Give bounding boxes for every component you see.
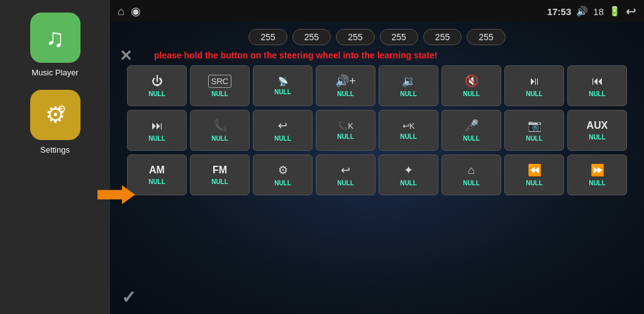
settings-btn-icon: ⚙ [278, 163, 288, 177]
next-track-null-label: NULL [148, 135, 165, 142]
vol-down-null-label: NULL [400, 90, 417, 97]
prev-track-icon: ⏮ [592, 75, 603, 88]
prev-track-button[interactable]: ⏮ NULL [567, 65, 627, 106]
camera-icon: 📷 [528, 119, 541, 133]
vol-up-null-label: NULL [337, 90, 354, 97]
camera-button[interactable]: 📷 NULL [504, 110, 564, 151]
back-button[interactable]: ↩ NULL [316, 154, 375, 195]
fm-label: FM [213, 165, 227, 176]
volume-level: 18 [593, 6, 604, 17]
mute-icon: 🔇 [465, 74, 479, 88]
fast-forward-button[interactable]: ⏩ NULL [567, 154, 627, 195]
hangup-k-icon: ↩K [402, 121, 415, 131]
fm-null-label: NULL [211, 178, 228, 185]
aux-null-label: NULL [589, 134, 606, 141]
mic-button[interactable]: 🎤 NULL [441, 110, 501, 151]
fm-button[interactable]: FM NULL [190, 154, 250, 195]
call-k-null-label: NULL [337, 133, 354, 140]
pill-6: 255 [467, 29, 505, 45]
instruction-message: ✕ please hold the button on the steering… [119, 50, 635, 60]
rewind-icon: ⏪ [528, 163, 541, 177]
pill-1: 255 [248, 29, 287, 45]
next-track-icon: ⏭ [152, 119, 163, 133]
power-button[interactable]: ⏻ NULL [127, 65, 187, 106]
gps-icon: 📡 [278, 77, 288, 86]
am-null-label: NULL [148, 178, 165, 185]
call-button[interactable]: 📞 NULL [190, 110, 250, 151]
control-panel: 255 255 255 255 255 255 ✕ please hold th… [110, 23, 644, 314]
buttons-section: ⏻ NULL SRC NULL 📡 NULL 🔊+ NULL 🔉 NU [119, 65, 635, 195]
play-pause-icon: ⏯ [529, 75, 540, 88]
home-status-icon[interactable]: ⌂ [118, 5, 125, 18]
call-k-button[interactable]: 📞K NULL [316, 110, 375, 151]
back-null-label: NULL [337, 180, 354, 187]
buttons-row-2: ⏭ NULL 📞 NULL ↩ NULL 📞K NULL ↩K NULL [119, 110, 635, 151]
hang-up-button[interactable]: ↩ NULL [253, 110, 313, 151]
pill-3: 255 [336, 29, 374, 45]
arrow-right-icon [97, 185, 135, 204]
home-btn-icon: ⌂ [468, 164, 475, 177]
mute-button[interactable]: 🔇 NULL [441, 65, 501, 106]
play-pause-null-label: NULL [526, 90, 543, 97]
menu-status-icon[interactable]: ◉ [131, 4, 141, 18]
gps-null-label: NULL [274, 89, 291, 95]
rewind-button[interactable]: ⏪ NULL [504, 154, 564, 195]
hangup-k-button[interactable]: ↩K NULL [379, 110, 438, 151]
clock: 17:53 [547, 6, 571, 17]
aux-label: AUX [587, 120, 608, 131]
settings-null-label: NULL [274, 180, 291, 187]
call-k-icon: 📞K [338, 121, 353, 131]
arrow-indicator [97, 185, 135, 204]
bluetooth-null-label: NULL [400, 180, 417, 187]
back-btn-icon: ↩ [341, 163, 350, 177]
x-button[interactable]: ✕ [119, 47, 132, 65]
music-player-app[interactable]: ♫ Music Player [30, 13, 80, 77]
settings-label: Settings [40, 145, 70, 154]
play-pause-button[interactable]: ⏯ NULL [504, 65, 564, 106]
settings-app[interactable]: ⚙ ⚙ Settings [30, 90, 80, 154]
am-button[interactable]: AM NULL [127, 154, 187, 195]
power-null-label: NULL [148, 90, 165, 97]
fast-forward-icon: ⏩ [591, 163, 604, 177]
src-icon: SRC [208, 75, 231, 88]
call-null-label: NULL [211, 135, 228, 142]
confirm-button[interactable]: ✓ [121, 288, 136, 307]
hangup-k-null-label: NULL [400, 133, 417, 140]
vol-down-button[interactable]: 🔉 NULL [379, 65, 438, 106]
music-player-icon-box: ♫ [30, 13, 80, 63]
bluetooth-button[interactable]: ✦ NULL [379, 154, 438, 195]
pill-5: 255 [423, 29, 462, 45]
power-icon: ⏻ [152, 75, 163, 88]
mic-icon: 🎤 [465, 119, 479, 133]
gps-button[interactable]: 📡 NULL [253, 65, 313, 106]
next-track-button[interactable]: ⏭ NULL [127, 110, 187, 151]
status-right: 17:53 🔊 18 🔋 ↩ [547, 4, 636, 19]
mute-null-label: NULL [463, 90, 480, 97]
buttons-row-1: ⏻ NULL SRC NULL 📡 NULL 🔊+ NULL 🔉 NU [119, 65, 635, 106]
pill-4: 255 [380, 29, 418, 45]
vol-up-icon: 🔊+ [335, 74, 356, 88]
hang-up-null-label: NULL [274, 135, 291, 142]
call-icon: 📞 [213, 119, 227, 133]
home-button[interactable]: ⌂ NULL [441, 154, 501, 195]
vol-down-icon: 🔉 [402, 74, 416, 88]
back-icon[interactable]: ↩ [626, 4, 636, 19]
fastfwd-null-label: NULL [589, 180, 606, 187]
vol-up-button[interactable]: 🔊+ NULL [316, 65, 375, 106]
settings-button[interactable]: ⚙ NULL [253, 154, 313, 195]
settings-icon-box: ⚙ ⚙ [30, 90, 80, 140]
am-label: AM [149, 165, 165, 176]
src-button[interactable]: SRC NULL [190, 65, 250, 106]
main-panel: ⌂ ◉ 17:53 🔊 18 🔋 ↩ 255 255 255 255 255 2… [110, 0, 644, 314]
pills-row: 255 255 255 255 255 255 [119, 29, 635, 45]
camera-null-label: NULL [526, 135, 543, 142]
src-null-label: NULL [211, 90, 228, 97]
hang-up-icon: ↩ [278, 119, 287, 133]
buttons-row-3: AM NULL FM NULL ⚙ NULL ↩ NULL ✦ NULL [119, 154, 635, 195]
aux-button[interactable]: AUX NULL [567, 110, 627, 151]
rewind-null-label: NULL [526, 180, 543, 187]
music-player-label: Music Player [31, 68, 78, 77]
music-note-icon: ♫ [46, 24, 65, 52]
bluetooth-icon: ✦ [404, 163, 413, 177]
mic-null-label: NULL [463, 135, 480, 142]
